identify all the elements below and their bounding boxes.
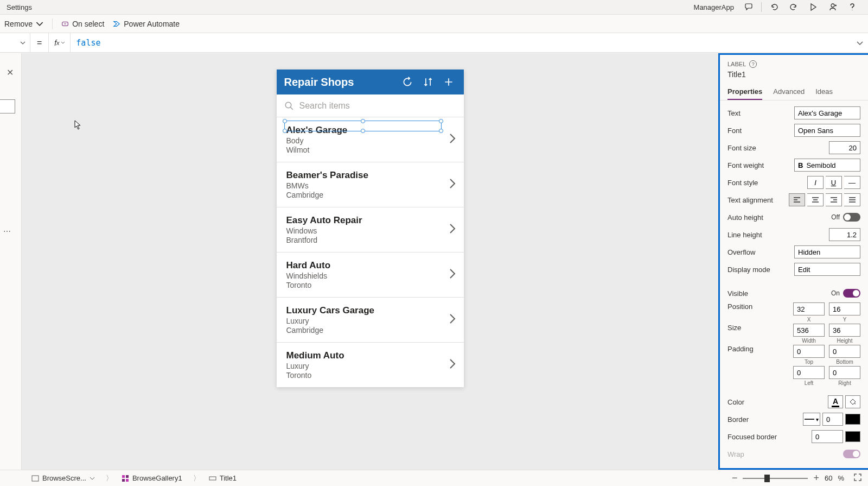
underline-button[interactable]: U bbox=[826, 176, 842, 189]
list-item[interactable]: Hard Auto Windshields Toronto bbox=[277, 253, 464, 298]
fx-label[interactable]: fx bbox=[48, 33, 70, 52]
visible-value: On bbox=[831, 289, 840, 297]
remove-button[interactable]: Remove bbox=[4, 20, 43, 28]
focusedborder-color-swatch[interactable] bbox=[845, 431, 860, 442]
formula-input[interactable]: false bbox=[70, 33, 852, 52]
position-y-input[interactable] bbox=[829, 302, 860, 315]
undo-icon[interactable] bbox=[765, 0, 783, 15]
breadcrumb-title[interactable]: Title1 bbox=[188, 472, 242, 484]
zoom-out-button[interactable]: − bbox=[732, 472, 738, 484]
visible-toggle[interactable] bbox=[843, 289, 860, 298]
fill-color-button[interactable] bbox=[845, 395, 860, 408]
chevron-right-icon[interactable] bbox=[449, 223, 456, 236]
chevron-right-icon[interactable] bbox=[449, 133, 456, 146]
help-icon[interactable]: ? bbox=[749, 60, 757, 68]
help-icon[interactable] bbox=[843, 0, 861, 15]
toolbar: Remove On select Power Automate bbox=[0, 15, 868, 33]
chevron-right-icon[interactable] bbox=[449, 358, 456, 371]
app-name: ManagerApp bbox=[694, 3, 734, 11]
tab-properties[interactable]: Properties bbox=[727, 84, 762, 100]
title-bar: Settings ManagerApp bbox=[0, 0, 868, 15]
tree-stub[interactable] bbox=[0, 99, 15, 113]
autoheight-toggle[interactable] bbox=[843, 213, 860, 222]
padding-top-input[interactable] bbox=[793, 345, 825, 358]
size-height-input[interactable] bbox=[829, 324, 860, 337]
zoom-in-button[interactable]: + bbox=[813, 472, 819, 484]
play-icon[interactable] bbox=[804, 0, 822, 15]
list-item[interactable]: Luxury Cars Garage Luxury Cambridge bbox=[277, 298, 464, 343]
prop-lineheight-input[interactable] bbox=[829, 228, 860, 241]
redo-icon[interactable] bbox=[784, 0, 803, 15]
prop-size-label: Size bbox=[727, 324, 793, 332]
zoom-value: 60 bbox=[825, 474, 832, 482]
prop-fontweight-label: Font weight bbox=[727, 161, 794, 169]
property-selector[interactable] bbox=[0, 33, 30, 52]
sort-icon[interactable] bbox=[420, 77, 436, 87]
virtual-agent-icon[interactable] bbox=[739, 0, 758, 15]
list-item[interactable]: Medium Auto Luxury Toronto bbox=[277, 343, 464, 387]
align-left-button[interactable] bbox=[789, 193, 805, 206]
padding-right-input[interactable] bbox=[829, 366, 860, 379]
item-subtitle2: Wilmot bbox=[286, 146, 449, 154]
align-center-button[interactable] bbox=[807, 193, 824, 206]
add-icon[interactable] bbox=[441, 77, 456, 87]
chevron-down-icon bbox=[61, 41, 65, 45]
list-item[interactable]: Beamer's Paradise BMWs Cambridge bbox=[277, 162, 464, 207]
breadcrumb-gallery[interactable]: BrowseGallery1 bbox=[100, 472, 188, 484]
chevron-right-icon[interactable] bbox=[449, 178, 456, 191]
font-color-button[interactable]: A bbox=[828, 395, 843, 408]
position-x-input[interactable] bbox=[793, 302, 825, 315]
chevron-right-icon[interactable] bbox=[449, 268, 456, 281]
chevron-down-icon bbox=[90, 475, 95, 482]
right-label: Right bbox=[838, 380, 851, 386]
prop-font-select[interactable]: Open Sans bbox=[794, 124, 860, 137]
wrap-toggle[interactable] bbox=[843, 450, 860, 458]
item-subtitle: Windshields bbox=[286, 272, 449, 280]
svg-rect-5 bbox=[122, 475, 125, 478]
on-select-button[interactable]: On select bbox=[61, 20, 104, 28]
close-panel-icon[interactable]: ✕ bbox=[7, 67, 14, 78]
focusedborder-input[interactable] bbox=[812, 430, 843, 443]
border-width-input[interactable] bbox=[822, 413, 843, 426]
strikethrough-button[interactable]: — bbox=[844, 176, 860, 189]
prop-displaymode-select[interactable]: Edit bbox=[794, 263, 860, 276]
align-right-button[interactable] bbox=[826, 193, 842, 206]
list-item[interactable]: Easy Auto Repair Windows Brantford bbox=[277, 207, 464, 253]
align-justify-button[interactable] bbox=[844, 193, 860, 206]
size-width-input[interactable] bbox=[793, 324, 825, 337]
tab-advanced[interactable]: Advanced bbox=[773, 84, 805, 100]
prop-text-input[interactable] bbox=[794, 106, 860, 119]
prop-overflow-select[interactable]: Hidden bbox=[794, 245, 860, 258]
expand-formula-icon[interactable] bbox=[852, 33, 868, 52]
prop-visible-label: Visible bbox=[727, 289, 831, 298]
prop-text-label: Text bbox=[727, 109, 794, 117]
border-style-select[interactable]: ▾ bbox=[803, 413, 820, 426]
list-item[interactable]: Alex's Garage Body Wilmot bbox=[277, 117, 464, 162]
padding-left-input[interactable] bbox=[793, 366, 825, 379]
italic-button[interactable]: I bbox=[807, 176, 824, 189]
fit-screen-icon[interactable] bbox=[854, 472, 861, 484]
prop-color-label: Color bbox=[727, 398, 828, 406]
item-title: Medium Auto bbox=[286, 350, 449, 361]
canvas[interactable]: Repair Shops Search items Alex's Garage … bbox=[22, 53, 718, 470]
refresh-icon[interactable] bbox=[400, 77, 415, 87]
prop-font-label: Font bbox=[727, 127, 794, 135]
svg-rect-4 bbox=[32, 476, 39, 481]
font-style-buttons: I U — bbox=[807, 176, 860, 189]
prop-fontsize-input[interactable] bbox=[829, 141, 860, 154]
more-icon[interactable]: ⋯ bbox=[3, 227, 12, 236]
breadcrumb-screen[interactable]: BrowseScre... bbox=[26, 473, 100, 483]
search-box[interactable]: Search items bbox=[277, 94, 464, 117]
control-type-label: LABEL ? bbox=[727, 60, 860, 68]
chevron-right-icon[interactable] bbox=[449, 313, 456, 326]
share-icon[interactable] bbox=[824, 0, 842, 15]
border-color-swatch[interactable] bbox=[845, 414, 860, 425]
item-subtitle2: Toronto bbox=[286, 371, 449, 380]
prop-fontweight-select[interactable]: BSemibold bbox=[794, 159, 860, 172]
power-automate-button[interactable]: Power Automate bbox=[113, 20, 180, 28]
align-buttons bbox=[789, 193, 860, 206]
padding-bottom-input[interactable] bbox=[829, 345, 860, 358]
zoom-slider[interactable] bbox=[743, 478, 808, 479]
tab-ideas[interactable]: Ideas bbox=[815, 84, 833, 100]
prop-lineheight-label: Line height bbox=[727, 231, 829, 239]
